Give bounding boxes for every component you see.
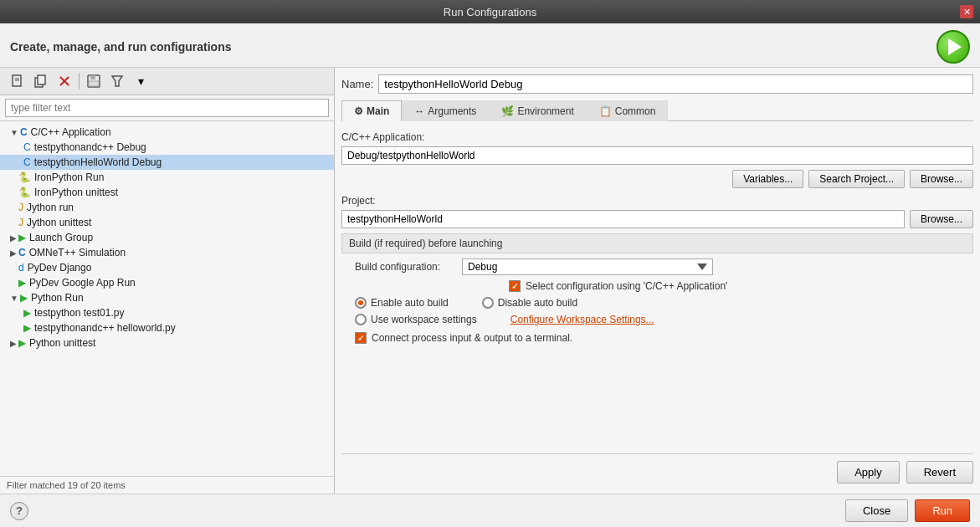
workspace-row: Use workspace settings Configure Workspa… xyxy=(341,314,973,325)
tree-label: PyDev Django xyxy=(28,262,92,274)
tree-area: ▼ C C/C++ Application C testpythonandc++… xyxy=(0,121,334,476)
tree-label: Jython unittest xyxy=(27,217,91,228)
titlebar-title: Run Configurations xyxy=(444,6,536,18)
tree-label: Python Run xyxy=(31,292,84,304)
right-panel: Name: ⚙ Main ↔ Arguments 🌿 Environment xyxy=(335,68,980,494)
use-workspace-label: Use workspace settings xyxy=(371,314,477,325)
auto-build-radio-group: Enable auto build Disable auto build xyxy=(341,297,973,309)
connect-terminal-checkbox[interactable] xyxy=(355,332,367,344)
titlebar: Run Configurations ✕ xyxy=(0,0,980,23)
select-config-checkbox[interactable] xyxy=(509,280,521,292)
tree-item-cpp-debug[interactable]: C testpythonandc++ Debug xyxy=(0,140,334,155)
filter-button[interactable] xyxy=(106,71,128,91)
tree-item-python-run[interactable]: ▼ ▶ Python Run xyxy=(0,290,334,305)
svg-rect-8 xyxy=(90,75,95,79)
bottom-left: ? xyxy=(10,502,28,520)
connect-terminal-label: Connect process input & output to a term… xyxy=(372,332,572,344)
tree-item-jython-unittest[interactable]: ▶ J Jython unittest xyxy=(0,215,334,230)
variables-button[interactable]: Variables... xyxy=(732,170,803,188)
workspace-radio-icon xyxy=(355,314,367,325)
tabs-bar: ⚙ Main ↔ Arguments 🌿 Environment 📋 Commo… xyxy=(341,100,973,121)
tree-item-python-unittest[interactable]: ▶ ▶ Python unittest xyxy=(0,335,334,350)
apply-button[interactable]: Apply xyxy=(837,461,900,484)
delete-config-button[interactable] xyxy=(54,71,75,91)
svg-rect-4 xyxy=(38,75,45,84)
tree-label: Launch Group xyxy=(29,232,93,243)
tree-item-jython-run[interactable]: ▶ J Jython run xyxy=(0,200,334,215)
tree-item-testpython-hello[interactable]: ▶ testpythonandc++ helloworld.py xyxy=(0,320,334,335)
arguments-tab-icon: ↔ xyxy=(414,105,424,117)
tab-common-label: Common xyxy=(615,105,656,117)
project-label: Project: xyxy=(341,195,973,207)
tree-item-launch-group[interactable]: ▶ ▶ Launch Group xyxy=(0,230,334,245)
tree-label: PyDev Google App Run xyxy=(29,277,136,289)
cpp-app-label: C/C++ Application: xyxy=(341,131,973,143)
build-config-select[interactable]: Debug Release xyxy=(462,258,713,275)
tab-arguments-label: Arguments xyxy=(428,105,476,117)
run-triangle-icon xyxy=(948,38,962,55)
revert-button[interactable]: Revert xyxy=(906,461,973,484)
enable-auto-build-label: Enable auto build xyxy=(371,297,449,309)
tree-label: testpythonandc++ helloworld.py xyxy=(34,322,176,334)
cpp-app-row xyxy=(341,146,973,165)
build-config-row: Build configuration: Debug Release xyxy=(341,258,973,275)
environment-tab-icon: 🌿 xyxy=(501,105,514,117)
tree-item-testpython[interactable]: ▶ testpython test01.py xyxy=(0,305,334,320)
arrow-icon: ▶ xyxy=(10,233,17,243)
browse-button-2[interactable]: Browse... xyxy=(910,210,973,228)
header-subtitle: Create, manage, and run configurations xyxy=(10,40,232,54)
disable-auto-build-radio[interactable]: Disable auto build xyxy=(482,297,577,309)
more-button[interactable]: ▾ xyxy=(130,71,151,91)
arrow-icon: ▼ xyxy=(10,294,18,303)
bottom-action-buttons: Apply Revert xyxy=(341,453,973,487)
connect-terminal-row: Connect process input & output to a term… xyxy=(341,332,973,344)
browse-button-1[interactable]: Browse... xyxy=(910,170,973,188)
common-tab-icon: 📋 xyxy=(599,105,612,117)
tree-item-hello-debug[interactable]: C testpythonHelloWorld Debug xyxy=(0,155,334,170)
new-config-button[interactable] xyxy=(7,71,28,91)
enable-radio-icon xyxy=(355,297,367,309)
close-button[interactable]: Close xyxy=(845,499,908,522)
tree-item-pydev-django[interactable]: ▶ d PyDev Django xyxy=(0,260,334,275)
run-bottom-button[interactable]: Run xyxy=(915,499,970,522)
name-input[interactable] xyxy=(378,74,973,94)
tree-item-ironpython-unittest[interactable]: ▶ 🐍 IronPython unittest xyxy=(0,185,334,200)
left-panel: ▾ ▼ C C/C++ Application C testpythonandc… xyxy=(0,68,335,494)
cpp-app-input[interactable] xyxy=(341,146,973,165)
tab-common[interactable]: 📋 Common xyxy=(587,100,669,121)
use-workspace-radio[interactable]: Use workspace settings xyxy=(355,314,477,325)
tree-label: testpythonandc++ Debug xyxy=(34,141,146,153)
help-button[interactable]: ? xyxy=(10,502,28,520)
tree-item-pydev-google[interactable]: ▶ ▶ PyDev Google App Run xyxy=(0,275,334,290)
arrow-icon: ▶ xyxy=(10,339,17,348)
close-icon[interactable]: ✕ xyxy=(960,5,973,18)
tree-label: testpython test01.py xyxy=(34,307,124,319)
toolbar-separator xyxy=(79,73,80,90)
tab-main[interactable]: ⚙ Main xyxy=(341,100,402,121)
tab-arguments[interactable]: ↔ Arguments xyxy=(402,100,489,121)
build-config-label: Build configuration: xyxy=(355,261,455,273)
save-config-button[interactable] xyxy=(83,71,105,91)
form-area: C/C++ Application: Variables... Search P… xyxy=(341,128,973,453)
tree-item-cpp-app[interactable]: ▼ C C/C++ Application xyxy=(0,125,334,140)
tree-item-omnet[interactable]: ▶ C OMNeT++ Simulation xyxy=(0,245,334,260)
main-window: Create, manage, and run configurations xyxy=(0,23,980,527)
select-config-row: Select configuration using 'C/C++ Applic… xyxy=(341,280,973,292)
filter-bar xyxy=(0,95,334,121)
svg-marker-10 xyxy=(112,76,122,86)
search-project-button[interactable]: Search Project... xyxy=(808,170,905,188)
name-row: Name: xyxy=(341,74,973,94)
tree-item-ironpython-run[interactable]: ▶ 🐍 IronPython Run xyxy=(0,170,334,185)
cpp-btn-row: Variables... Search Project... Browse... xyxy=(341,170,973,188)
project-input[interactable] xyxy=(341,210,905,228)
tab-main-label: Main xyxy=(367,105,389,117)
tab-environment[interactable]: 🌿 Environment xyxy=(489,100,586,121)
name-label: Name: xyxy=(341,78,373,90)
run-button[interactable] xyxy=(936,30,970,64)
enable-auto-build-radio[interactable]: Enable auto build xyxy=(355,297,449,309)
filter-input[interactable] xyxy=(5,99,329,117)
disable-auto-build-label: Disable auto build xyxy=(498,297,577,309)
copy-config-button[interactable] xyxy=(30,71,52,91)
configure-workspace-link[interactable]: Configure Workspace Settings... xyxy=(511,314,654,325)
disable-radio-icon xyxy=(482,297,494,309)
